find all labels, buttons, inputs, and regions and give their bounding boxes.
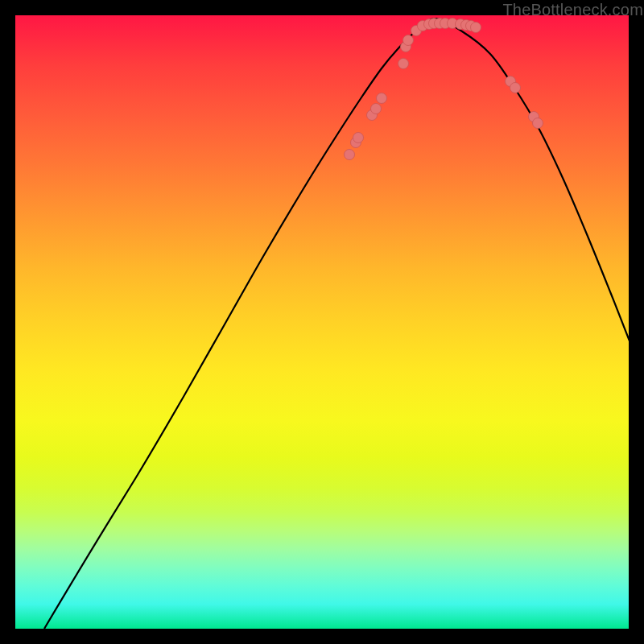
chart-plot-area (15, 15, 629, 629)
optimal-range-dots (345, 19, 543, 160)
optimal-point-dot (510, 83, 521, 93)
optimal-point-dot (345, 150, 355, 160)
bottleneck-curve-svg (15, 15, 629, 629)
bottleneck-curve (44, 19, 629, 629)
optimal-point-dot (533, 118, 543, 129)
optimal-point-dot (471, 23, 481, 33)
optimal-point-dot (353, 133, 364, 143)
optimal-point-dot (371, 104, 382, 114)
optimal-point-dot (403, 35, 414, 46)
optimal-point-dot (377, 93, 387, 104)
optimal-point-dot (398, 59, 409, 69)
